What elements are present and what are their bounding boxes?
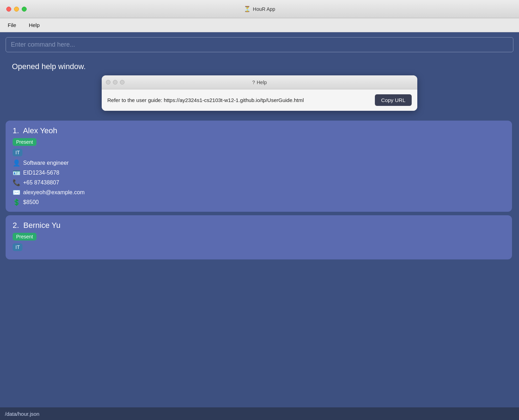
menu-help[interactable]: Help (27, 21, 42, 29)
window-title: ⏳ HouR App (244, 6, 275, 12)
dept-badge: IT (13, 243, 22, 251)
menu-file[interactable]: File (6, 21, 18, 29)
employee-role-row: 👤 Software engineer (13, 159, 505, 167)
copy-url-button[interactable]: Copy URL (375, 94, 412, 106)
email-icon: ✉️ (13, 189, 20, 196)
dept-badge-row: IT (13, 149, 505, 156)
output-text: Opened help window. (12, 62, 507, 71)
employee-salary-row: 💲 $8500 (13, 198, 505, 206)
maximize-button[interactable] (22, 7, 27, 12)
help-title: ? Help (252, 80, 267, 85)
employee-card[interactable]: 2. Bernice Yu Present IT (6, 215, 512, 259)
employee-name: 1. Alex Yeoh (13, 126, 505, 135)
help-traffic-lights (106, 80, 124, 84)
status-path: /data/hour.json (5, 411, 39, 417)
dept-badge-row: IT (13, 243, 505, 251)
employee-email: alexyeoh@example.com (23, 189, 85, 196)
help-body: Refer to the user guide: https://ay2324s… (102, 89, 417, 111)
employee-eid-row: 🪪 EID1234-5678 (13, 169, 505, 177)
command-input-wrap[interactable] (6, 37, 513, 52)
id-card-icon: 🪪 (13, 169, 20, 177)
employee-name: 2. Bernice Yu (13, 221, 505, 230)
phone-icon: 📞 (13, 179, 20, 187)
help-titlebar: ? Help (102, 75, 417, 89)
hourglass-icon: ⏳ (244, 6, 251, 12)
help-maximize-button[interactable] (120, 80, 124, 84)
employee-phone-row: 📞 +65 87438807 (13, 179, 505, 187)
employee-phone: +65 87438807 (23, 179, 59, 186)
employee-salary: $8500 (23, 199, 39, 205)
salary-icon: 💲 (13, 198, 20, 206)
help-title-text: Help (257, 80, 267, 85)
title-bar: ⏳ HouR App (0, 0, 519, 18)
help-minimize-button[interactable] (113, 80, 117, 84)
employee-role: Software engineer (23, 160, 69, 166)
help-link-text: Refer to the user guide: https://ay2324s… (107, 97, 371, 103)
minimize-button[interactable] (14, 7, 19, 12)
close-button[interactable] (6, 7, 11, 12)
badge-row: Present (13, 138, 505, 146)
command-input[interactable] (11, 41, 508, 48)
employee-card[interactable]: 1. Alex Yeoh Present IT 👤 Software engin… (6, 121, 512, 212)
badge-row: Present (13, 233, 505, 241)
app-window: Opened help window. ? Help Refer to the … (0, 32, 519, 407)
employee-list: 1. Alex Yeoh Present IT 👤 Software engin… (6, 121, 513, 402)
status-bar: /data/hour.json (0, 407, 519, 420)
employee-email-row: ✉️ alexyeoh@example.com (13, 189, 505, 196)
status-badge: Present (13, 138, 36, 146)
help-window: ? Help Refer to the user guide: https://… (102, 75, 417, 111)
person-icon: 👤 (13, 159, 20, 167)
status-badge: Present (13, 233, 36, 241)
help-close-button[interactable] (106, 80, 110, 84)
question-mark-icon: ? (252, 80, 255, 85)
employee-eid: EID1234-5678 (23, 170, 59, 176)
traffic-lights (6, 7, 27, 12)
output-area: Opened help window. ? Help Refer to the … (6, 56, 513, 116)
menu-bar: File Help (0, 18, 519, 32)
dept-badge: IT (13, 149, 22, 156)
app-name: HouR App (253, 6, 275, 12)
